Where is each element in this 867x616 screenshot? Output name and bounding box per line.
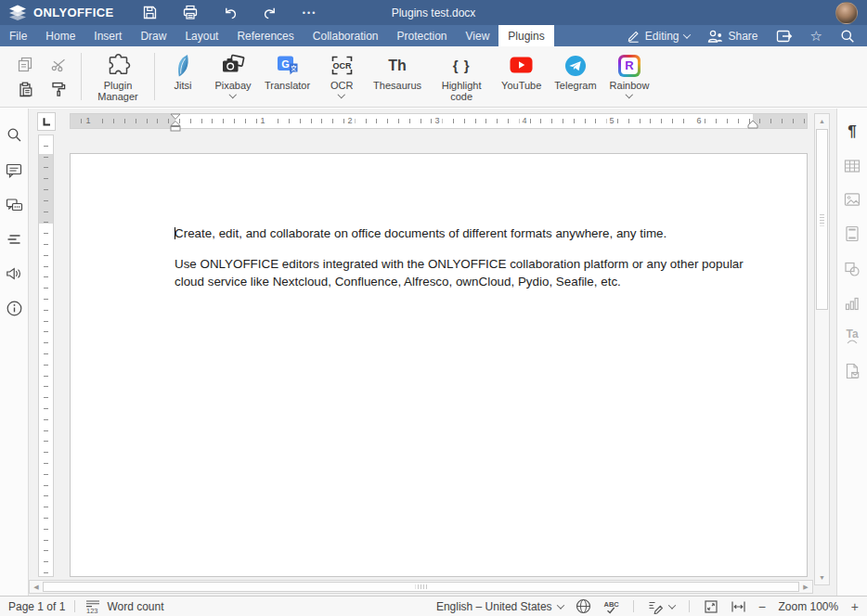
- vertical-ruler[interactable]: [38, 135, 54, 577]
- scroll-right-arrow-icon[interactable]: ▶: [799, 581, 812, 593]
- telegram-icon: [564, 51, 587, 80]
- document-title: Plugins test.docx: [0, 6, 867, 19]
- zoom-in-button[interactable]: +: [851, 599, 859, 614]
- spell-check-icon[interactable]: ABC: [603, 599, 619, 614]
- favorite-star-icon[interactable]: ☆: [810, 29, 822, 43]
- toolbar-divider: [154, 53, 155, 100]
- tab-stop-selector[interactable]: [37, 112, 56, 131]
- menu-protection[interactable]: Protection: [388, 25, 457, 46]
- page-number-indicator[interactable]: Page 1 of 1: [8, 600, 65, 613]
- shape-settings-icon[interactable]: [844, 261, 861, 277]
- app-logo[interactable]: ONLYOFFICE: [8, 5, 114, 21]
- open-file-location-button[interactable]: [776, 29, 793, 44]
- indent-markers[interactable]: [170, 113, 181, 134]
- format-painter-icon[interactable]: [50, 81, 67, 97]
- highlight-code-icon: { }: [453, 51, 471, 80]
- about-icon[interactable]: [6, 301, 22, 316]
- thesaurus-icon: Th: [388, 51, 407, 80]
- save-button[interactable]: [142, 5, 159, 21]
- menu-references[interactable]: References: [227, 25, 303, 46]
- header-footer-settings-icon[interactable]: [845, 225, 860, 242]
- scroll-down-arrow-icon[interactable]: ▼: [815, 571, 829, 584]
- track-changes-button[interactable]: [648, 599, 675, 614]
- title-bar: ONLYOFFICE ••• Plugins test.docx: [0, 0, 867, 25]
- table-settings-icon[interactable]: [844, 159, 861, 173]
- plugin-button-ocr[interactable]: OCR OCR: [317, 46, 367, 107]
- mail-merge-settings-icon[interactable]: [844, 363, 861, 379]
- plugin-button-jitsi[interactable]: Jitsi: [158, 46, 208, 107]
- plugin-button-telegram[interactable]: Telegram: [548, 46, 602, 107]
- ruler-number: 6: [693, 115, 704, 127]
- paragraph[interactable]: Create, edit, and collaborate on office …: [175, 225, 752, 242]
- horizontal-scrollbar[interactable]: ◀ ▶: [29, 580, 813, 594]
- scroll-up-arrow-icon[interactable]: ▲: [815, 114, 829, 128]
- menu-home[interactable]: Home: [36, 25, 84, 46]
- horizontal-scroll-thumb[interactable]: [43, 582, 799, 592]
- clipboard-group: [6, 46, 78, 107]
- search-icon: [840, 29, 855, 44]
- share-label: Share: [729, 30, 758, 43]
- comments-icon[interactable]: [6, 162, 22, 178]
- search-button[interactable]: [840, 29, 855, 44]
- menu-draw[interactable]: Draw: [131, 25, 175, 46]
- document-page[interactable]: Create, edit, and collaborate on office …: [70, 153, 808, 577]
- cut-icon[interactable]: [50, 56, 67, 72]
- plugin-button-highlight-code[interactable]: { } Highlight code: [428, 46, 495, 107]
- copy-icon[interactable]: [17, 56, 33, 72]
- vertical-scroll-thumb[interactable]: [816, 129, 828, 310]
- document-language-selector[interactable]: English – United States: [436, 600, 563, 613]
- user-avatar[interactable]: [835, 2, 858, 24]
- paragraph-settings-icon[interactable]: ¶: [848, 123, 856, 140]
- plugin-button-youtube[interactable]: YouTube: [495, 46, 548, 107]
- plugin-button-rainbow[interactable]: R Rainbow: [603, 46, 656, 107]
- plugin-label: YouTube: [501, 80, 541, 91]
- chart-settings-icon[interactable]: [844, 296, 861, 311]
- statusbar-divider: [74, 600, 75, 612]
- paragraph[interactable]: Use ONLYOFFICE editors integrated with t…: [175, 255, 752, 290]
- pencil-icon: [627, 29, 641, 43]
- fit-to-page-button[interactable]: [704, 599, 718, 614]
- plugin-button-pixabay[interactable]: Pixabay: [208, 46, 258, 107]
- share-button[interactable]: Share: [707, 30, 758, 43]
- horizontal-ruler[interactable]: 1 1 2 3 4 5 6: [70, 113, 808, 129]
- feedback-icon[interactable]: [6, 265, 22, 281]
- zoom-out-button[interactable]: −: [758, 599, 766, 614]
- chevron-down-icon: [338, 91, 345, 98]
- plugin-button-thesaurus[interactable]: Th Thesaurus: [367, 46, 428, 107]
- chevron-down-icon: [556, 601, 563, 609]
- menu-plugins-active-tab[interactable]: Plugins: [498, 25, 553, 46]
- paste-icon[interactable]: [17, 81, 33, 97]
- chat-icon[interactable]: [6, 198, 23, 213]
- status-bar: Page 1 of 1 123 Word count English – Uni…: [0, 596, 867, 616]
- vertical-scrollbar[interactable]: ▲ ▼: [814, 113, 830, 585]
- scroll-left-arrow-icon[interactable]: ◀: [30, 581, 43, 593]
- plugin-button-translator[interactable]: G Translator: [258, 46, 317, 107]
- menu-insert[interactable]: Insert: [84, 25, 131, 46]
- print-button[interactable]: [182, 5, 199, 21]
- find-icon[interactable]: [6, 127, 22, 143]
- text-art-settings-icon[interactable]: Ta: [846, 329, 858, 344]
- menu-layout[interactable]: Layout: [175, 25, 227, 46]
- plugin-label: Thesaurus: [373, 80, 421, 91]
- redo-button[interactable]: [262, 5, 278, 21]
- image-settings-icon[interactable]: [844, 192, 861, 207]
- set-language-globe-icon[interactable]: [576, 598, 591, 614]
- more-actions-button[interactable]: •••: [302, 5, 318, 21]
- fit-to-width-button[interactable]: [731, 600, 746, 613]
- track-changes-icon: [648, 599, 664, 614]
- menu-view[interactable]: View: [457, 25, 499, 46]
- menu-file[interactable]: File: [0, 25, 36, 46]
- ruler-number: 4: [519, 115, 529, 127]
- menu-collaboration[interactable]: Collaboration: [304, 25, 388, 46]
- word-count-button[interactable]: 123 Word count: [84, 599, 163, 614]
- ocr-icon: OCR: [330, 51, 355, 80]
- document-text[interactable]: Create, edit, and collaborate on office …: [175, 225, 752, 303]
- ruler-ticks: [44, 135, 48, 576]
- plugin-manager-button[interactable]: Plugin Manager: [84, 46, 151, 107]
- plugin-label: OCR: [330, 80, 353, 91]
- svg-text:ABC: ABC: [603, 599, 619, 608]
- right-indent-marker[interactable]: [747, 120, 758, 129]
- editing-mode-button[interactable]: Editing: [627, 29, 690, 43]
- undo-button[interactable]: [222, 5, 239, 21]
- navigation-headings-icon[interactable]: [6, 233, 22, 246]
